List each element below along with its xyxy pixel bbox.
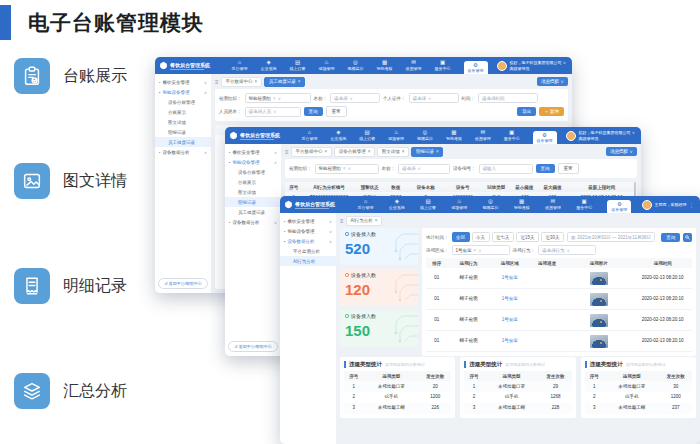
org-select[interactable]: 智能检测组×∨ [245, 93, 311, 103]
tab[interactable]: 员工健康记录× [264, 77, 305, 87]
reset-button[interactable]: 重置 [558, 163, 579, 174]
nav-item[interactable]: ▣服务中心 [504, 130, 520, 141]
close-icon[interactable]: × [255, 79, 258, 84]
behavior-select[interactable]: 请选择行为∨ [538, 245, 596, 255]
close-icon[interactable]: × [368, 149, 371, 154]
sidebar-item[interactable]: AI行为分析 [280, 256, 336, 266]
date-range-input[interactable]: ▦2021年10月01日 — 2021年11月06日 [567, 232, 655, 242]
cert-select[interactable]: 请选择∨ [409, 93, 459, 103]
nav-item[interactable]: ✉追溯管理 [475, 130, 491, 141]
close-icon[interactable]: × [436, 149, 439, 154]
tab[interactable]: 平台数据中心× [221, 77, 262, 87]
nav-item[interactable]: ✉追溯管理 [406, 60, 422, 71]
tab[interactable]: 平台数据中心× [291, 147, 332, 157]
clear-icon[interactable]: × [343, 166, 346, 171]
back-to-platform-button[interactable]: ↺ 返回平台/帮助中心 [228, 341, 278, 352]
nav-item[interactable]: ♨现场管理 [388, 130, 404, 141]
nav-item[interactable]: ▤线上订餐 [290, 60, 306, 71]
sidebar-group[interactable]: ▪设备数据分析∨ [225, 217, 281, 227]
user-block[interactable]: 王西西，采购经理 ⋮ [639, 200, 697, 210]
nav-item[interactable]: ◎视频监控 [482, 199, 498, 210]
nav-item[interactable]: ⚙设备管理 [533, 131, 557, 144]
sidebar-group[interactable]: ▪智能设备管理∧ [225, 157, 281, 167]
link[interactable]: 1号食堂 [502, 317, 518, 322]
sidebar-item[interactable]: 明细记录 [155, 127, 211, 137]
time-input[interactable]: 请选择时间 [478, 93, 538, 103]
nav-item[interactable]: ▦智能考核 [377, 60, 393, 71]
tab[interactable]: 设备台账管理× [334, 147, 375, 157]
close-icon[interactable]: × [298, 79, 301, 84]
export-button[interactable]: 导出 [517, 107, 536, 116]
sidebar-group[interactable]: ▪智能设备管理∨ [280, 226, 336, 236]
nav-item[interactable]: ♨现场管理 [451, 199, 467, 210]
link[interactable]: 1号食堂 [502, 275, 518, 280]
more-menu-icon[interactable]: ⋮ [689, 202, 694, 208]
nav-item[interactable]: ✉追溯管理 [545, 199, 561, 210]
user-block[interactable]: 你好，电子科技集团有限公司 ∨高级管理员 [494, 60, 569, 70]
tab[interactable]: AI行为分析× [346, 216, 382, 226]
range-button[interactable]: 近15天 [516, 232, 539, 242]
nav-item[interactable]: ▤线上订餐 [359, 130, 375, 141]
tab[interactable]: 明细记录× [411, 147, 443, 157]
nav-item[interactable]: ◈企业系统 [330, 130, 346, 141]
search-button[interactable]: 查询 [661, 233, 680, 242]
message-notice-button[interactable]: 消息提醒 ∨ [537, 77, 568, 86]
nav-item[interactable]: ⌂后台管理 [232, 60, 248, 71]
sidebar-item[interactable]: 台账展示 [225, 177, 281, 187]
range-button[interactable]: 近30天 [541, 232, 564, 242]
range-button[interactable]: 今天 [472, 232, 490, 242]
magnifier-button[interactable] [683, 233, 692, 242]
nav-item[interactable]: ◎视频监控 [348, 60, 364, 71]
person-select[interactable]: 请选择人员∨ [245, 107, 301, 117]
sidebar-group[interactable]: ▪餐饮安全管理∨ [280, 216, 336, 226]
close-icon[interactable]: × [325, 149, 328, 154]
sidebar-group[interactable]: ▪餐饮安全管理∨ [225, 147, 281, 157]
range-button[interactable]: 近七天 [492, 232, 515, 242]
clear-icon[interactable]: × [273, 96, 276, 101]
nav-item[interactable]: ♨现场管理 [319, 60, 335, 71]
sidebar-item[interactable]: 设备台账管理 [225, 167, 281, 177]
nav-item[interactable]: ▤线上订餐 [420, 199, 436, 210]
area-select[interactable]: 1号食堂×∨ [452, 245, 510, 255]
close-icon[interactable]: × [402, 149, 405, 154]
sidebar-item[interactable]: 设备台账管理 [155, 97, 211, 107]
reset-button[interactable]: 重置 [326, 106, 347, 117]
name-select[interactable]: 请选择∨ [330, 93, 380, 103]
close-icon[interactable]: × [375, 218, 378, 223]
message-notice-button[interactable]: 消息提醒 ∨ [606, 147, 637, 156]
tab[interactable]: 图文详情× [377, 147, 409, 157]
sidebar-group[interactable]: ▪智能设备管理∧ [155, 87, 211, 97]
sidebar-item[interactable]: 员工健康记录 [225, 207, 281, 217]
nav-item[interactable]: ▣服务中心 [435, 60, 451, 71]
nav-item[interactable]: ⚙设备管理 [607, 200, 631, 213]
collapse-sidebar-icon[interactable]: ≡ [215, 79, 219, 85]
nav-item[interactable]: ▦智能考核 [514, 199, 530, 210]
search-button[interactable]: 查询 [304, 107, 323, 116]
back-to-platform-button[interactable]: ↺ 返回平台/帮助中心 [158, 278, 208, 289]
nav-item[interactable]: ◈企业系统 [261, 60, 277, 71]
device-number-input[interactable]: 请输入 [479, 164, 533, 174]
link[interactable]: 1号食堂 [502, 296, 518, 301]
range-button[interactable]: 全部 [452, 232, 470, 242]
sidebar-item[interactable]: 图文详情 [155, 117, 211, 127]
sidebar-item[interactable]: 台账展示 [155, 107, 211, 117]
nav-item[interactable]: ⌂后台管理 [358, 199, 374, 210]
search-button[interactable]: 查询 [536, 164, 555, 173]
sidebar-group[interactable]: ▪设备数据分析∨ [155, 147, 211, 157]
nav-item[interactable]: ⚙设备管理 [464, 61, 488, 74]
clear-icon[interactable]: × [474, 248, 477, 253]
nav-item[interactable]: ◈企业系统 [389, 199, 405, 210]
sidebar-group[interactable]: ▪餐饮安全管理∨ [155, 77, 211, 87]
nav-item[interactable]: ▦智能考核 [446, 130, 462, 141]
collapse-sidebar-icon[interactable]: ≡ [340, 218, 344, 224]
sidebar-group[interactable]: ▪设备数据分析∧ [280, 236, 336, 246]
sidebar-item[interactable]: 员工健康记录 [155, 137, 211, 147]
org-select[interactable]: 智能检测组×∨ [315, 164, 379, 174]
sidebar-item[interactable]: 图文详情 [225, 187, 281, 197]
add-button[interactable]: ＋ 新增 [539, 107, 564, 116]
sidebar-item[interactable]: 明细记录 [225, 197, 281, 207]
nav-item[interactable]: ⌂后台管理 [301, 130, 317, 141]
nav-item[interactable]: ◎视频监控 [417, 130, 433, 141]
user-block[interactable]: 你好，电子科技集团有限公司 ∨高级管理员 [563, 130, 638, 140]
nav-item[interactable]: ▣服务中心 [576, 199, 592, 210]
